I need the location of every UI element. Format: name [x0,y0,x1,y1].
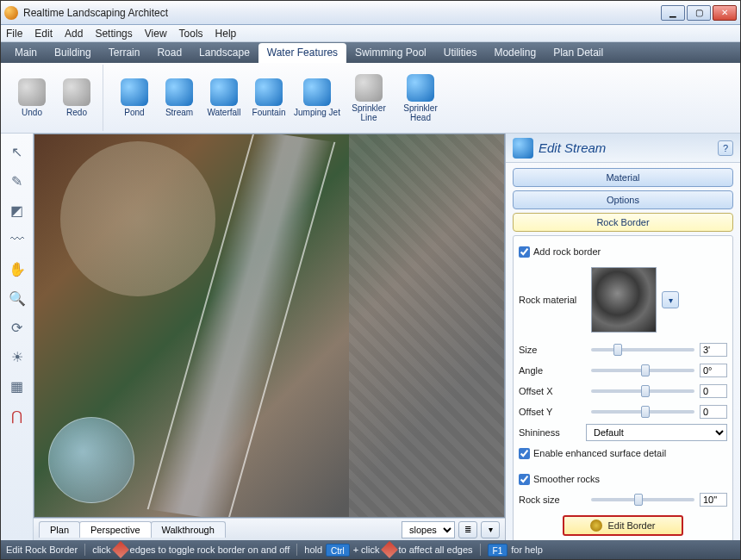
offsety-value[interactable] [700,405,727,419]
shininess-select[interactable]: Default [586,424,727,441]
rock-border-section-button[interactable]: Rock Border [513,213,733,232]
edge-icon [112,541,129,558]
ribbon-tabstrip: Main Building Terrain Road Landscape Wat… [1,42,740,63]
tab-main[interactable]: Main [6,43,46,63]
viewport-3d[interactable] [34,134,505,518]
left-toolbar: ↖ ✎ ◩ 〰 ✋ 🔍 ⟳ ☀ ▦ ⋂ [1,134,34,540]
add-rock-border-checkbox[interactable] [519,246,530,258]
viewtab-walkthrough[interactable]: Walkthrough [151,521,226,538]
menu-edit[interactable]: Edit [34,28,53,40]
curve-tool[interactable]: 〰 [6,228,28,251]
stream-icon [165,78,193,106]
rock-material-dropdown[interactable]: ▾ [662,291,679,308]
sprinkler-line-icon [355,74,383,102]
add-rock-border-label: Add rock border [533,246,601,257]
redo-button[interactable]: Redo [56,69,97,128]
offsety-label: Offset Y [519,407,586,417]
pond-icon [121,78,148,106]
layers-button[interactable]: ≣ [458,521,477,538]
sprinkler-head-tool[interactable]: Sprinkler Head [396,69,445,128]
maximize-button[interactable]: ▢ [687,5,711,21]
shade-mode-select[interactable]: slopes [402,521,455,538]
viewmode-dropdown[interactable]: ▾ [481,521,500,538]
offsetx-label: Offset X [519,386,586,396]
edge-icon [381,541,398,558]
orbit-tool[interactable]: ⟳ [6,316,28,339]
shape-tool[interactable]: ◩ [6,199,28,221]
draw-tool[interactable]: ✎ [6,170,28,192]
offsetx-value[interactable] [700,384,727,398]
sprinkler-line-tool[interactable]: Sprinkler Line [345,69,393,128]
tab-water-features[interactable]: Water Features [258,43,346,63]
zoom-tool[interactable]: 🔍 [6,287,28,309]
app-icon [4,6,18,20]
scene-patio [60,141,215,296]
material-section-button[interactable]: Material [513,168,733,187]
stream-tool[interactable]: Stream [159,69,200,128]
tab-plan-detail[interactable]: Plan Detail [545,43,612,63]
status-bar: Edit Rock Border click edges to toggle r… [1,540,740,559]
size-slider[interactable] [591,348,694,352]
enhanced-detail-label: Enable enhanced surface detail [533,448,666,458]
waterfall-icon [210,78,238,106]
smoother-rocks-label: Smoother rocks [533,474,600,484]
options-section-button[interactable]: Options [513,190,733,209]
tab-swimming-pool[interactable]: Swimming Pool [346,43,435,63]
titlebar: Realtime Landscaping Architect ▁ ▢ ✕ [1,1,740,25]
menu-view[interactable]: View [145,28,167,40]
navigation-orb[interactable] [48,417,134,503]
pond-tool[interactable]: Pond [114,69,155,128]
enhanced-detail-checkbox[interactable] [519,448,530,459]
scene-house [349,134,504,517]
tab-road[interactable]: Road [148,43,190,63]
sprinkler-head-icon [407,74,434,102]
status-mode: Edit Rock Border [6,544,78,555]
sun-tool[interactable]: ☀ [6,345,28,368]
snap-tool[interactable]: ⋂ [6,404,28,426]
stream-icon [513,138,533,159]
offsetx-slider[interactable] [591,389,694,393]
ctrl-key-hint: Ctrl [326,544,350,557]
redo-icon [63,78,90,106]
rock-material-label: Rock material [519,295,586,305]
rocksize-value[interactable] [700,493,727,507]
panel-title: Edit Stream [539,140,718,155]
tab-utilities[interactable]: Utilities [435,43,486,63]
rocksize-slider[interactable] [591,498,694,501]
panel-help-button[interactable]: ? [718,140,733,156]
menu-file[interactable]: File [6,28,22,40]
edit-border-button[interactable]: Edit Border [563,515,683,536]
size-value[interactable] [700,343,727,357]
undo-button[interactable]: Undo [11,69,53,128]
app-title: Realtime Landscaping Architect [23,7,661,19]
angle-value[interactable] [700,364,727,377]
minimize-button[interactable]: ▁ [661,5,685,21]
pan-tool[interactable]: ✋ [6,258,28,280]
viewtab-plan[interactable]: Plan [39,521,80,538]
menu-help[interactable]: Help [215,28,237,40]
tab-landscape[interactable]: Landscape [190,43,258,63]
menu-tools[interactable]: Tools [179,28,203,40]
fountain-icon [255,78,283,106]
close-button[interactable]: ✕ [713,5,737,21]
rock-material-swatch[interactable] [591,267,657,333]
jumping-jet-icon [303,78,331,106]
main-area: ↖ ✎ ◩ 〰 ✋ 🔍 ⟳ ☀ ▦ ⋂ Plan Perspective Wal… [1,134,740,540]
offsety-slider[interactable] [591,410,694,414]
jumping-jet-tool[interactable]: Jumping Jet [293,69,341,128]
viewtab-perspective[interactable]: Perspective [79,521,151,538]
fountain-tool[interactable]: Fountain [248,69,290,128]
grid-tool[interactable]: ▦ [6,375,28,397]
tab-building[interactable]: Building [46,43,100,63]
viewport-wrap: Plan Perspective Walkthrough slopes ≣ ▾ [34,134,506,540]
f1-key-hint: F1 [488,544,508,557]
menu-settings[interactable]: Settings [95,28,132,40]
smoother-rocks-checkbox[interactable] [519,474,530,485]
waterfall-tool[interactable]: Waterfall [203,69,245,128]
tab-modeling[interactable]: Modeling [485,43,545,63]
menu-add[interactable]: Add [65,28,83,40]
tab-terrain[interactable]: Terrain [100,43,149,63]
rocksize-label: Rock size [519,495,586,505]
select-tool[interactable]: ↖ [6,140,28,163]
angle-slider[interactable] [591,369,694,372]
